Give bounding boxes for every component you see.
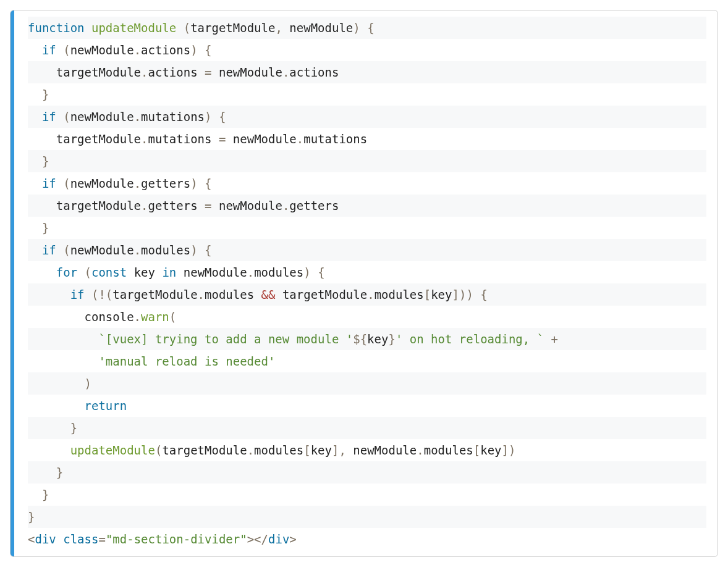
code-token: . xyxy=(141,65,148,79)
code-line: `[vuex] trying to add a new module '${ke… xyxy=(28,328,706,350)
code-token: "md-section-divider" xyxy=(106,532,247,546)
code-content[interactable]: function updateModule (targetModule, new… xyxy=(11,10,717,556)
code-line: if (newModule.getters) { xyxy=(28,172,706,195)
code-token: if xyxy=(42,43,56,57)
code-token: key xyxy=(134,266,155,279)
code-line: } xyxy=(28,417,706,439)
code-line: } xyxy=(28,150,706,172)
code-token: } xyxy=(388,332,395,346)
code-token: const xyxy=(91,266,127,279)
code-token: . xyxy=(282,65,289,79)
code-token: newModule xyxy=(184,266,247,279)
code-token: targetModule xyxy=(56,199,141,212)
code-token: modules xyxy=(254,443,303,457)
code-token: updateModule xyxy=(91,21,176,35)
code-token: targetModule xyxy=(190,21,275,35)
code-token xyxy=(176,266,183,279)
code-token: ${ xyxy=(353,332,367,346)
code-token: . xyxy=(282,199,289,212)
code-token: newModule xyxy=(219,199,282,212)
code-token: targetModule xyxy=(282,288,367,301)
code-token: key xyxy=(367,332,388,346)
code-token: . xyxy=(417,443,423,457)
code-token: } xyxy=(28,154,49,168)
code-token: div xyxy=(268,532,289,546)
code-token xyxy=(28,199,56,212)
code-token xyxy=(28,65,56,79)
code-token xyxy=(211,132,218,146)
code-token xyxy=(198,199,205,212)
code-token: newModule xyxy=(233,132,297,146)
code-token xyxy=(275,288,282,301)
code-token: } xyxy=(28,488,49,501)
code-token: } xyxy=(28,221,49,235)
code-token: ></ xyxy=(247,532,268,546)
code-token: . xyxy=(134,110,141,124)
code-token: = xyxy=(219,132,226,146)
code-token: [ xyxy=(303,443,310,457)
code-token: && xyxy=(261,288,276,301)
code-token: if xyxy=(42,243,56,257)
code-token: actions xyxy=(148,65,198,79)
code-line: } xyxy=(28,484,706,506)
code-token: [ xyxy=(473,443,480,457)
code-token xyxy=(28,266,56,279)
code-token xyxy=(127,266,133,279)
code-token: . xyxy=(198,288,205,301)
code-token: . xyxy=(247,266,254,279)
code-token: modules xyxy=(141,243,190,257)
code-token: . xyxy=(134,177,141,190)
code-token: } xyxy=(28,510,35,524)
code-token: modules xyxy=(205,288,254,301)
code-token: actions xyxy=(289,65,339,79)
code-token: ' on hot reloading, ` xyxy=(396,332,544,346)
code-token xyxy=(28,243,42,257)
code-token: } xyxy=(28,466,63,479)
code-token: ], xyxy=(332,443,353,457)
code-token: ( xyxy=(176,21,190,35)
code-token: = xyxy=(205,199,211,212)
code-token: < xyxy=(28,532,35,546)
code-line: targetModule.getters = newModule.getters xyxy=(28,195,706,217)
code-token: newModule xyxy=(70,243,134,257)
code-line: console.warn( xyxy=(28,306,706,328)
code-line: if (newModule.mutations) { xyxy=(28,106,706,128)
code-token xyxy=(28,399,85,413)
code-token: getters xyxy=(141,177,190,190)
code-token xyxy=(56,532,63,546)
code-token: modules xyxy=(424,443,473,457)
code-token: console xyxy=(85,310,134,324)
code-block: function updateModule (targetModule, new… xyxy=(10,10,718,557)
code-token: getters xyxy=(148,199,198,212)
code-token: . xyxy=(141,132,148,146)
code-token: targetModule xyxy=(112,288,197,301)
code-token: mutations xyxy=(141,110,205,124)
code-token: . xyxy=(247,443,254,457)
code-token xyxy=(155,266,162,279)
code-line: <div class="md-section-divider"></div> xyxy=(28,528,706,550)
code-token: ( xyxy=(56,43,70,57)
code-token: ) { xyxy=(190,177,211,190)
code-token: warn xyxy=(141,310,169,324)
code-line: if (!(targetModule.modules && targetModu… xyxy=(28,283,706,306)
code-token: ( xyxy=(155,443,162,457)
code-line: } xyxy=(28,217,706,239)
code-line: targetModule.actions = newModule.actions xyxy=(28,61,706,83)
code-token: newModule xyxy=(289,21,353,35)
code-token: 'manual reload is needed' xyxy=(98,354,275,368)
code-line: if (newModule.actions) { xyxy=(28,39,706,61)
code-token: `[vuex] trying to add a new module ' xyxy=(98,332,353,346)
code-token xyxy=(28,177,42,190)
code-token xyxy=(28,443,70,457)
code-token: ) { xyxy=(190,43,211,57)
code-token: ( xyxy=(56,243,70,257)
code-token xyxy=(85,21,91,35)
code-token: newModule xyxy=(353,443,417,457)
code-token: updateModule xyxy=(70,443,155,457)
code-token: key xyxy=(311,443,332,457)
code-token: key xyxy=(480,443,501,457)
code-token: for xyxy=(56,266,77,279)
code-token xyxy=(28,332,98,346)
code-token: newModule xyxy=(70,177,134,190)
code-token: ]) xyxy=(502,443,516,457)
